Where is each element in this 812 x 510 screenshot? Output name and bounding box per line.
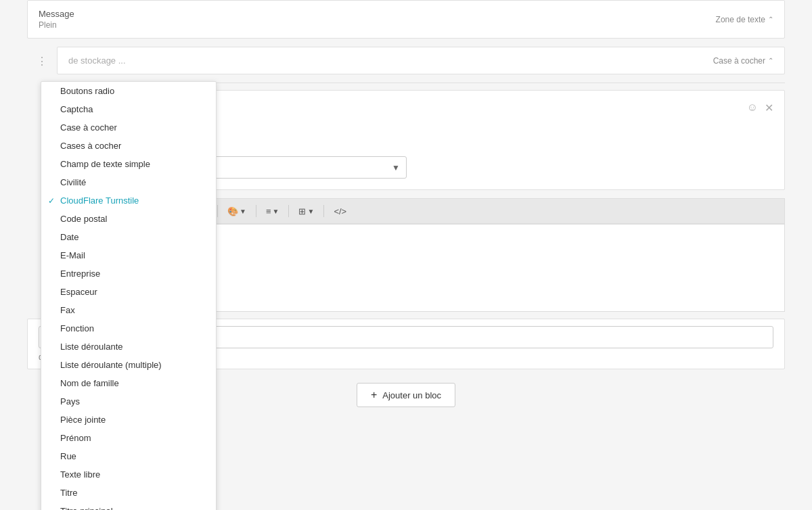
dropdown-item-boutons-radio[interactable]: Boutons radio	[41, 82, 216, 100]
dropdown-item-liste-deroulante[interactable]: Liste déroulante	[41, 338, 216, 356]
toolbar-align[interactable]: ≡▼	[262, 204, 284, 218]
smiley-icon[interactable]: ☺	[747, 101, 758, 114]
toolbar-sep-6	[323, 205, 324, 217]
storage-block-outer: ⋮ de stockage ... Case à cocher ⌃	[27, 47, 785, 74]
dropdown-item-titre-principal[interactable]: Titre principal	[41, 502, 216, 510]
page-wrapper: Message Plein Zone de texte ⌃ ⋮ de stock…	[0, 0, 812, 510]
dropdown-item-captcha[interactable]: Captcha	[41, 100, 216, 118]
message-block: Message Plein Zone de texte ⌃	[27, 0, 785, 39]
message-right-label: Zone de texte ⌃	[716, 15, 773, 24]
message-block-outer: Message Plein Zone de texte ⌃	[27, 0, 785, 39]
toolbar-sep-5	[288, 205, 289, 217]
message-title: Message	[39, 9, 74, 19]
dropdown-item-code-postal[interactable]: Code postal	[41, 210, 216, 228]
dropdown-item-piece-jointe[interactable]: Pièce jointe	[41, 411, 216, 429]
toolbar-sep-4	[256, 205, 256, 217]
dropdown-item-champ-texte[interactable]: Champ de texte simple	[41, 155, 216, 173]
storage-block: de stockage ... Case à cocher ⌃	[57, 47, 785, 74]
dropdown-item-pays[interactable]: Pays	[41, 392, 216, 411]
dropdown-item-case-a-cocher[interactable]: Case à cocher	[41, 118, 216, 137]
add-block-label: Ajouter un bloc	[382, 390, 441, 400]
toolbar-color[interactable]: 🎨▼	[223, 204, 250, 218]
dropdown-item-date[interactable]: Date	[41, 228, 216, 246]
toolbar-sep-3	[217, 205, 218, 217]
close-icon[interactable]: ✕	[765, 101, 773, 114]
dropdown-item-liste-deroulante-multiple[interactable]: Liste déroulante (multiple)	[41, 356, 216, 374]
dropdown-item-civilite[interactable]: Civilité	[41, 173, 216, 191]
add-block-button[interactable]: + Ajouter un bloc	[357, 383, 455, 407]
dropdown-item-fax[interactable]: Fax	[41, 301, 216, 319]
form-field-icons: ☺ ✕	[747, 101, 773, 114]
toolbar-table[interactable]: ⊞▼	[294, 204, 318, 218]
dropdown-item-texte-libre[interactable]: Texte libre	[41, 465, 216, 484]
dropdown-item-espaceur[interactable]: Espaceur	[41, 283, 216, 301]
toolbar-code[interactable]: </>	[330, 204, 351, 218]
dropdown-item-email[interactable]: E-Mail	[41, 246, 216, 264]
dropdown-item-rue[interactable]: Rue	[41, 447, 216, 465]
chevron-up-icon: ⌃	[768, 16, 773, 23]
dropdown-item-prenom[interactable]: Prénom	[41, 429, 216, 447]
chevron-up-icon-2: ⌃	[768, 57, 773, 64]
check-icon: ✓	[48, 196, 55, 206]
storage-drag-handle[interactable]: ⋮	[37, 55, 47, 68]
dropdown-item-fonction[interactable]: Fonction	[41, 319, 216, 338]
plus-icon: +	[371, 389, 377, 401]
dropdown-item-nom-famille[interactable]: Nom de famille	[41, 374, 216, 392]
dropdown-item-cloudflare[interactable]: ✓ CloudFlare Turnstile	[41, 191, 216, 210]
message-block-content: Message Plein	[39, 9, 74, 30]
dropdown-menu: Boutons radio Captcha Case à cocher Case…	[41, 81, 217, 510]
dropdown-item-cases-a-cocher[interactable]: Cases à cocher	[41, 137, 216, 155]
storage-right-label: Case à cocher ⌃	[713, 56, 773, 66]
dropdown-item-entreprise[interactable]: Entreprise	[41, 264, 216, 283]
storage-placeholder: de stockage ...	[68, 55, 126, 66]
message-subtitle: Plein	[39, 20, 74, 30]
dropdown-item-titre[interactable]: Titre	[41, 484, 216, 502]
